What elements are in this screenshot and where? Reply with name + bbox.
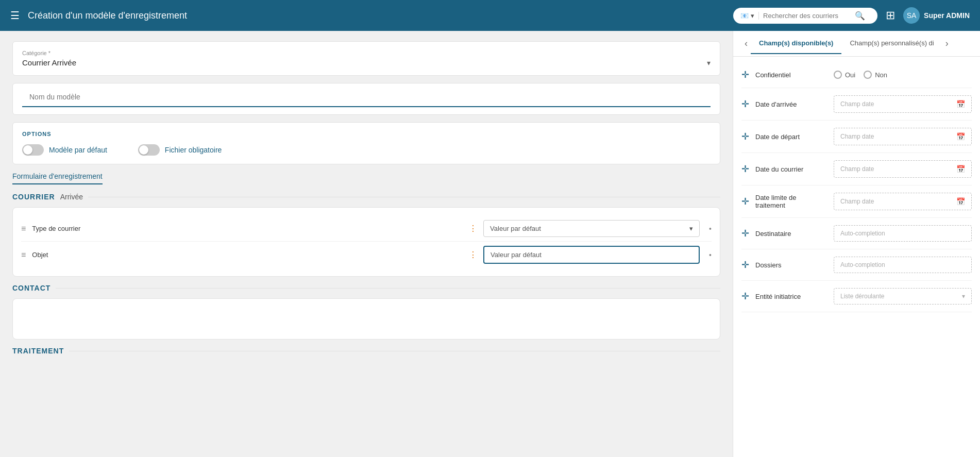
options-card: Options Modèle par défaut Fichier obliga… <box>12 122 720 164</box>
page-title: Création d'un modèle d'enregistrement <box>28 10 725 21</box>
toggle-required-file-label: Fichier obligatoire <box>165 146 222 154</box>
drag-icon[interactable]: ✛ <box>741 259 749 270</box>
date-depart-field[interactable]: Champ date 📅 <box>834 128 972 145</box>
dossiers-field[interactable]: Auto-completion <box>834 257 972 273</box>
date-limite-field[interactable]: Champ date 📅 <box>834 193 972 210</box>
field-label-date-courrier: Date du courrier <box>755 165 827 173</box>
drag-icon[interactable]: ✛ <box>741 196 749 207</box>
row-label: Type de courrier <box>32 225 463 232</box>
toggle-required-file-switch[interactable] <box>138 144 160 156</box>
table-row: ≡ Type de courrier ⋮ Valeur par défaut ▾… <box>21 216 712 242</box>
asterisk: • <box>709 251 712 259</box>
section-divider <box>88 197 720 197</box>
calendar-icon: 📅 <box>956 132 965 141</box>
drag-icon[interactable]: ✛ <box>741 69 749 80</box>
courrier-section-card: ≡ Type de courrier ⋮ Valeur par défaut ▾… <box>12 207 720 277</box>
username: Super ADMIN <box>924 11 970 20</box>
drag-icon[interactable]: ✛ <box>741 163 749 175</box>
destinataire-control[interactable]: Auto-completion <box>834 225 972 242</box>
section-divider <box>56 288 720 289</box>
form-tab[interactable]: Formulaire d'enregistrement <box>12 172 720 193</box>
radio-circle-oui <box>834 71 842 79</box>
dossiers-control[interactable]: Auto-completion <box>834 257 972 273</box>
contact-section-header: CONTACT <box>12 284 720 292</box>
drag-icon[interactable]: ≡ <box>21 224 26 233</box>
field-label-date-arrivee: Date d'arrivée <box>755 100 827 108</box>
model-name-wrap <box>12 83 720 115</box>
entite-control[interactable]: Liste déroulante ▾ <box>834 288 972 304</box>
search-type-dropdown[interactable]: 📧 ▾ <box>740 12 759 20</box>
tab-prev-arrow[interactable]: ‹ <box>741 38 751 49</box>
search-type-icon: 📧 <box>740 12 749 20</box>
avatar: SA <box>903 7 920 24</box>
section-divider <box>69 351 720 351</box>
field-label-destinataire: Destinataire <box>755 230 827 238</box>
grid-icon[interactable]: ⊞ <box>886 9 895 22</box>
options-row: Modèle par défaut Fichier obligatoire <box>22 144 711 156</box>
toggle-required-file: Fichier obligatoire <box>138 144 222 156</box>
tab-custom-fields[interactable]: Champ(s) personnalisé(s) di <box>841 33 942 54</box>
drag-icon[interactable]: ✛ <box>741 228 749 239</box>
contact-section-card <box>12 298 720 340</box>
radio-oui[interactable]: Oui <box>834 71 855 79</box>
right-panel-content: ✛ Confidentiel Oui Non <box>733 57 980 457</box>
left-panel: Catégorie * Courrier Arrivée ▾ Options M… <box>0 31 733 457</box>
main-layout: Catégorie * Courrier Arrivée ▾ Options M… <box>0 31 980 457</box>
rp-field-confidentiel: ✛ Confidentiel Oui Non <box>741 62 972 88</box>
courrier-title-main: COURRIER <box>12 193 55 201</box>
user-profile[interactable]: SA Super ADMIN <box>903 7 970 24</box>
toggle-thumb <box>139 145 148 155</box>
rp-field-date-depart: ✛ Date de départ Champ date 📅 <box>741 121 972 153</box>
category-select[interactable]: Courrier Arrivée ▾ <box>22 58 711 67</box>
drag-icon[interactable]: ≡ <box>21 250 26 260</box>
date-courrier-control[interactable]: Champ date 📅 <box>834 160 972 178</box>
toggle-default-model-label: Modèle par défaut <box>49 146 107 154</box>
radio-circle-non <box>864 71 872 79</box>
date-limite-control[interactable]: Champ date 📅 <box>834 193 972 210</box>
entite-field[interactable]: Liste déroulante ▾ <box>834 288 972 304</box>
drag-icon[interactable]: ✛ <box>741 131 749 142</box>
chevron-down-icon: ▾ <box>751 12 754 20</box>
right-panel-tabs: ‹ Champ(s) disponible(s) Champ(s) person… <box>733 31 980 57</box>
options-icon[interactable]: ⋮ <box>469 250 477 260</box>
search-bar: 📧 ▾ 🔍 <box>733 8 877 24</box>
toggle-default-model: Modèle par défaut <box>22 144 107 156</box>
traitement-title: TRAITEMENT <box>12 347 64 355</box>
category-field: Catégorie * Courrier Arrivée ▾ <box>12 41 720 76</box>
tab-available-fields[interactable]: Champ(s) disponible(s) <box>751 33 841 54</box>
options-icon[interactable]: ⋮ <box>469 224 477 233</box>
radio-non[interactable]: Non <box>864 71 887 79</box>
date-arrivee-control[interactable]: Champ date 📅 <box>834 95 972 113</box>
rp-field-dossiers: ✛ Dossiers Auto-completion <box>741 249 972 281</box>
date-courrier-field[interactable]: Champ date 📅 <box>834 160 972 178</box>
rp-field-destinataire: ✛ Destinataire Auto-completion <box>741 218 972 249</box>
row-label: Objet <box>32 251 463 259</box>
form-tab-label: Formulaire d'enregistrement <box>12 172 103 184</box>
category-label: Catégorie * <box>22 50 711 56</box>
drag-icon[interactable]: ✛ <box>741 291 749 302</box>
search-input[interactable] <box>763 12 851 20</box>
asterisk: • <box>709 225 712 233</box>
field-label-entite: Entité initiatrice <box>755 293 827 300</box>
type-courrier-select[interactable]: Valeur par défaut ▾ <box>483 220 700 237</box>
date-arrivee-field[interactable]: Champ date 📅 <box>834 95 972 113</box>
chevron-down-icon: ▾ <box>707 59 711 67</box>
confidentiel-control: Oui Non <box>834 71 972 79</box>
field-label-confidentiel: Confidentiel <box>755 71 827 79</box>
model-name-input[interactable] <box>22 88 711 107</box>
right-panel: ‹ Champ(s) disponible(s) Champ(s) person… <box>733 31 980 457</box>
destinataire-field[interactable]: Auto-completion <box>834 225 972 242</box>
field-label-dossiers: Dossiers <box>755 261 827 269</box>
search-icon[interactable]: 🔍 <box>855 11 865 21</box>
calendar-icon: 📅 <box>956 197 965 206</box>
field-label-date-depart: Date de départ <box>755 133 827 141</box>
drag-icon[interactable]: ✛ <box>741 98 749 110</box>
date-depart-control[interactable]: Champ date 📅 <box>834 128 972 145</box>
toggle-default-model-switch[interactable] <box>22 144 44 156</box>
objet-input[interactable] <box>483 246 700 264</box>
rp-field-entite: ✛ Entité initiatrice Liste déroulante ▾ <box>741 281 972 312</box>
menu-icon[interactable]: ☰ <box>10 9 20 22</box>
table-row: ≡ Objet ⋮ • <box>21 242 712 268</box>
calendar-icon: 📅 <box>956 165 965 173</box>
tab-next-arrow[interactable]: › <box>942 38 952 49</box>
